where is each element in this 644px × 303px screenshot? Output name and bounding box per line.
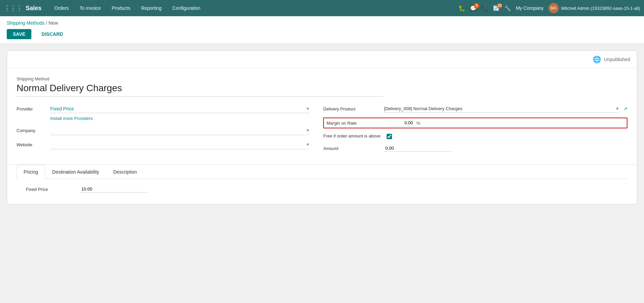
company-name: My Company xyxy=(516,5,543,11)
main-content: 🌐 Unpublished Shipping Method Normal Del… xyxy=(0,44,644,211)
globe-icon: 🌐 xyxy=(593,55,601,64)
delivery-product-arrow: ▼ xyxy=(615,106,619,111)
amount-label: Amount xyxy=(323,146,384,151)
nav-configuration[interactable]: Configuration xyxy=(168,3,205,13)
chat-icon[interactable]: 💬 5 xyxy=(470,5,477,11)
tab-description[interactable]: Description xyxy=(106,165,144,179)
breadcrumb-bar: Shipping Methods / New SAVE DISCARD xyxy=(0,16,644,44)
company-dropdown-arrow: ▼ xyxy=(306,128,310,133)
provider-dropdown-arrow: ▼ xyxy=(306,106,310,111)
margin-on-rate-row: Margin on Rate % xyxy=(323,118,627,128)
shipping-method-label: Shipping Method xyxy=(17,76,627,81)
form-col-right: Delivery Product [Delivery_008] Normal D… xyxy=(323,105,627,156)
margin-on-rate-input[interactable] xyxy=(387,120,414,126)
shipping-method-title[interactable]: Normal Delivery Charges xyxy=(17,83,383,97)
company-select[interactable]: ▼ xyxy=(50,126,310,135)
delivery-product-select[interactable]: [Delivery_008] Normal Delivery Charges ▼ xyxy=(384,105,619,113)
company-value: ▼ xyxy=(50,126,310,135)
user-menu[interactable]: MA Mitchell Admin (15323892-saas-15-1-al… xyxy=(549,3,640,13)
form-body: Shipping Method Normal Delivery Charges … xyxy=(7,68,637,165)
action-bar: SAVE DISCARD xyxy=(7,29,637,43)
fixed-price-input[interactable] xyxy=(80,186,147,193)
provider-value: Fixed Price ▼ xyxy=(50,105,310,113)
provider-label: Provider xyxy=(17,106,50,111)
provider-select-text: Fixed Price xyxy=(50,106,304,111)
topnav-right: 🐛 💬 5 📞 🔄 23 🔧 My Company MA Mitchell Ad… xyxy=(458,3,640,13)
save-button[interactable]: SAVE xyxy=(7,29,31,39)
user-avatar: MA xyxy=(549,3,559,13)
company-label: Company xyxy=(17,128,50,133)
website-label: Website xyxy=(17,142,50,147)
free-order-label: Free if order amount is above xyxy=(323,133,384,139)
phone-icon[interactable]: 📞 xyxy=(481,5,488,11)
nav-products[interactable]: Products xyxy=(107,3,135,13)
tabs-section: Pricing Destination Availability Descrip… xyxy=(7,165,637,204)
delivery-product-label: Delivery Product xyxy=(323,106,384,111)
top-navigation: ⋮⋮⋮ Sales Orders To Invoice Products Rep… xyxy=(0,0,644,16)
breadcrumb: Shipping Methods / New xyxy=(7,20,637,26)
tab-pricing[interactable]: Pricing xyxy=(17,165,45,179)
card-header: 🌐 Unpublished xyxy=(7,51,637,68)
free-order-row: Free if order amount is above xyxy=(323,133,627,140)
tools-icon[interactable]: 🔧 xyxy=(504,5,511,11)
unpublished-button[interactable]: 🌐 Unpublished xyxy=(593,55,630,64)
nav-menu: Orders To Invoice Products Reporting Con… xyxy=(50,3,458,13)
delivery-product-row: Delivery Product [Delivery_008] Normal D… xyxy=(323,105,627,113)
delivery-product-text: [Delivery_008] Normal Delivery Charges xyxy=(384,106,615,111)
free-order-checkbox-wrapper xyxy=(387,133,392,140)
nav-orders[interactable]: Orders xyxy=(50,3,74,13)
breadcrumb-parent[interactable]: Shipping Methods xyxy=(7,20,45,26)
brand-title: Sales xyxy=(26,5,41,12)
unpublished-label: Unpublished xyxy=(604,57,630,62)
margin-on-rate-unit: % xyxy=(416,121,420,126)
delivery-product-value: [Delivery_008] Normal Delivery Charges ▼… xyxy=(384,105,627,113)
refresh-badge: 23 xyxy=(497,3,502,8)
tab-destination-availability[interactable]: Destination Availability xyxy=(45,165,106,179)
website-field-row: Website ▼ xyxy=(17,140,310,149)
margin-on-rate-value: % xyxy=(387,120,624,126)
bug-icon[interactable]: 🐛 xyxy=(458,5,465,11)
refresh-icon[interactable]: 🔄 23 xyxy=(493,5,500,11)
install-providers-link[interactable]: Install more Providers xyxy=(50,116,310,121)
tabs-bar: Pricing Destination Availability Descrip… xyxy=(17,165,627,179)
provider-field-row: Provider Fixed Price ▼ xyxy=(17,105,310,113)
breadcrumb-separator: / xyxy=(46,20,49,26)
delivery-product-external-link[interactable]: ↗ xyxy=(623,106,627,111)
form-card: 🌐 Unpublished Shipping Method Normal Del… xyxy=(7,50,637,204)
tab-content-pricing: Fixed Price xyxy=(17,179,627,204)
discard-button[interactable]: DISCARD xyxy=(35,29,69,39)
grid-icon[interactable]: ⋮⋮⋮ xyxy=(4,4,22,12)
website-dropdown-arrow: ▼ xyxy=(306,142,310,147)
breadcrumb-current: New xyxy=(49,20,58,26)
nav-to-invoice[interactable]: To Invoice xyxy=(75,3,106,13)
nav-reporting[interactable]: Reporting xyxy=(136,3,166,13)
fixed-price-row: Fixed Price xyxy=(26,186,618,193)
chat-badge: 5 xyxy=(474,3,479,8)
company-field-row: Company ▼ xyxy=(17,126,310,135)
provider-select[interactable]: Fixed Price ▼ xyxy=(50,105,310,113)
fixed-price-label: Fixed Price xyxy=(26,187,80,192)
website-select[interactable]: ▼ xyxy=(50,140,310,149)
form-col-left: Provider Fixed Price ▼ Install more Prov… xyxy=(17,105,310,156)
free-order-checkbox[interactable] xyxy=(387,134,392,139)
amount-input[interactable] xyxy=(384,145,451,152)
website-value: ▼ xyxy=(50,140,310,149)
amount-row: Amount xyxy=(323,145,627,152)
user-name: Mitchell Admin (15323892-saas-15-1-all) xyxy=(561,6,640,11)
margin-on-rate-label: Margin on Rate xyxy=(327,121,387,126)
form-fields-row: Provider Fixed Price ▼ Install more Prov… xyxy=(17,105,627,156)
